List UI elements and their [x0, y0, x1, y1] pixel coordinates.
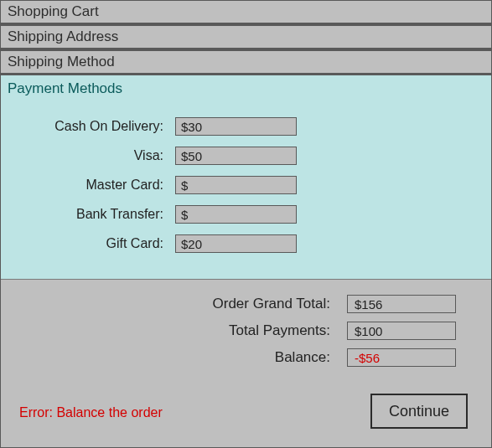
- visa-label: Visa:: [8, 148, 175, 163]
- grand-total-label: Order Grand Total:: [8, 296, 347, 312]
- error-message: Error: Balance the order: [19, 405, 163, 429]
- footer-row: Error: Balance the order Continue: [8, 375, 484, 429]
- bank-transfer-label: Bank Transfer:: [8, 207, 175, 222]
- balance-value: -$56: [347, 348, 456, 367]
- payment-methods-title: Payment Methods: [8, 80, 484, 97]
- section-shopping-cart[interactable]: Shopping Cart: [1, 1, 491, 25]
- gift-card-label: Gift Card:: [8, 236, 175, 251]
- payment-row-cod: Cash On Delivery:: [8, 117, 484, 136]
- checkout-window: Shopping Cart Shipping Address Shipping …: [0, 0, 492, 448]
- master-card-label: Master Card:: [8, 178, 175, 193]
- totals-row-balance: Balance: -$56: [8, 348, 484, 367]
- payment-row-gift-card: Gift Card:: [8, 234, 484, 253]
- grand-total-value: $156: [347, 295, 456, 313]
- totals-panel: Order Grand Total: $156 Total Payments: …: [1, 280, 491, 435]
- balance-label: Balance:: [8, 349, 347, 366]
- payment-row-master-card: Master Card:: [8, 176, 484, 194]
- gift-card-input[interactable]: [175, 234, 297, 253]
- master-card-input[interactable]: [175, 176, 297, 194]
- continue-button[interactable]: Continue: [370, 394, 468, 429]
- visa-input[interactable]: [175, 147, 297, 165]
- cod-label: Cash On Delivery:: [8, 119, 175, 134]
- total-payments-value: $100: [347, 322, 456, 340]
- total-payments-label: Total Payments:: [8, 322, 347, 339]
- totals-row-total-payments: Total Payments: $100: [8, 322, 484, 340]
- payment-methods-panel: Payment Methods Cash On Delivery: Visa: …: [1, 75, 491, 280]
- totals-row-grand-total: Order Grand Total: $156: [8, 295, 484, 313]
- payment-row-bank-transfer: Bank Transfer:: [8, 205, 484, 224]
- bank-transfer-input[interactable]: [175, 205, 297, 224]
- payment-row-visa: Visa:: [8, 147, 484, 165]
- section-shipping-address[interactable]: Shipping Address: [1, 25, 491, 50]
- cod-input[interactable]: [175, 117, 297, 136]
- section-shipping-method[interactable]: Shipping Method: [1, 50, 491, 75]
